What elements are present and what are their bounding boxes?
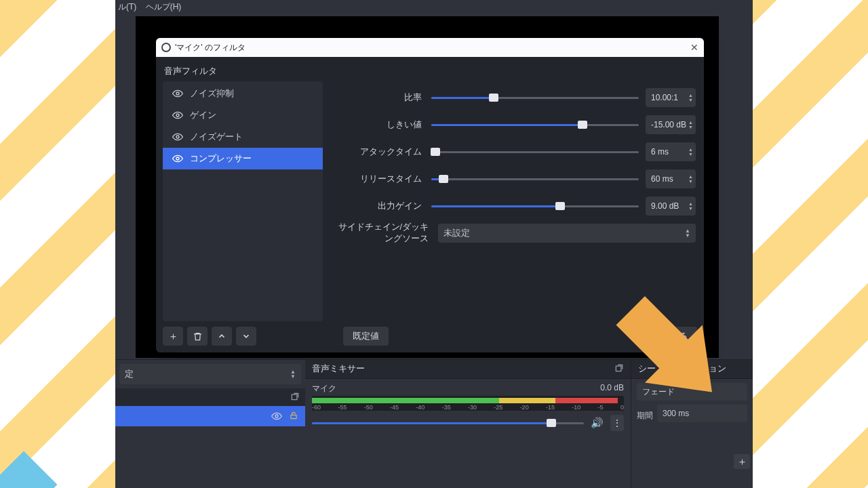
svg-point-1 [176,114,179,117]
svg-rect-4 [292,394,297,400]
sidechain-label: サイドチェイン/ダッキングソース [330,222,431,245]
dock-popout-icon[interactable] [290,392,300,403]
release-spin[interactable]: 60 ms ▲▼ [646,169,696,188]
filter-item-noise-suppress[interactable]: ノイズ抑制 [163,83,323,104]
mixer-level: 0.0 dB [600,383,624,394]
filter-label: コンプレッサー [190,152,252,165]
ratio-slider[interactable] [431,91,639,104]
transitions-dock: シーントランジション フェード 期間 300 ms ＋ [631,359,753,488]
resize-grip-icon[interactable]: ◢ [696,344,701,351]
filter-item-gain[interactable]: ゲイン [163,104,323,126]
speaker-icon[interactable]: 🔊 [591,417,604,429]
scenes-sources-dock: 定 ▲▼ [115,359,305,488]
filter-item-noise-gate[interactable]: ノイズゲート [163,126,323,148]
sidechain-select[interactable]: 未設定 ▲▼ [438,224,696,243]
svg-point-5 [275,415,278,418]
move-filter-up-button[interactable] [212,327,232,346]
menu-help[interactable]: ヘルプ(H) [146,2,182,12]
outgain-label: 出力ゲイン [330,201,425,212]
outgain-spin[interactable]: 9.00 dB ▲▼ [646,197,696,216]
eye-icon[interactable] [271,411,282,422]
menubar: ル(T) ヘルプ(H) [115,0,753,16]
filter-label: ゲイン [190,109,216,121]
obs-icon [161,43,171,52]
filter-label: ノイズ抑制 [190,87,234,100]
filter-label: ノイズゲート [190,131,243,143]
threshold-label: しきい値 [330,119,425,131]
svg-point-3 [176,157,179,160]
compressor-params: 比率 10.00:1 ▲▼ しきい値 [330,81,697,321]
svg-rect-6 [291,415,296,418]
transition-select[interactable]: フェード [637,383,747,401]
attack-spin[interactable]: 6 ms ▲▼ [646,142,696,161]
mixer-title: 音声ミキサー [312,363,365,375]
menu-tools-tail[interactable]: ル(T) [118,2,136,12]
outgain-slider[interactable] [431,199,639,213]
audio-filters-label: 音声フィルタ [163,62,697,81]
ratio-label: 比率 [330,92,425,104]
threshold-slider[interactable] [431,118,639,131]
attack-slider[interactable] [431,145,639,159]
dock-popout-icon[interactable] [614,363,624,375]
filters-dialog: 'マイク' のフィルタ ✕ 音声フィルタ ノイズ抑制 ゲイン [156,38,704,352]
audio-mixer-dock: 音声ミキサー マイク 0.0 dB -60-55-50-45-40-35-30-… [305,359,631,488]
duration-field[interactable]: 300 ms [657,405,747,422]
transitions-title: シーントランジション [638,363,726,375]
audio-meter: -60-55-50-45-40-35-30-25-20-15-10-50 [312,396,624,411]
remove-filter-button[interactable] [187,327,208,346]
defaults-button[interactable]: 既定値 [343,327,389,346]
threshold-spin[interactable]: -15.00 dB ▲▼ [646,115,696,134]
ratio-spin[interactable]: 10.00:1 ▲▼ [646,88,696,107]
svg-point-2 [176,136,179,138]
add-filter-button[interactable]: ＋ [163,327,183,346]
svg-point-0 [176,92,179,95]
scene-collection-select[interactable]: 定 ▲▼ [119,364,301,384]
duration-label: 期間 [637,410,653,422]
close-icon[interactable]: ✕ [690,42,698,53]
filter-list: ノイズ抑制 ゲイン ノイズゲート コンプレッサー [163,81,323,321]
dialog-title: 'マイク' のフィルタ [175,42,245,54]
attack-label: アタックタイム [330,146,425,158]
move-filter-down-button[interactable] [236,327,256,346]
add-transition-button[interactable]: ＋ [734,454,750,469]
filter-item-compressor[interactable]: コンプレッサー [163,148,323,169]
svg-rect-7 [616,366,621,371]
source-row-selected[interactable] [115,406,305,426]
lock-icon[interactable] [289,411,298,422]
release-label: リリースタイム [330,174,425,185]
mixer-track-name: マイク [312,383,336,394]
release-slider[interactable] [431,172,639,186]
close-button[interactable]: 閉じる [652,327,697,346]
mixer-menu-button[interactable]: ⋮ [610,415,624,431]
volume-slider[interactable] [312,416,584,430]
